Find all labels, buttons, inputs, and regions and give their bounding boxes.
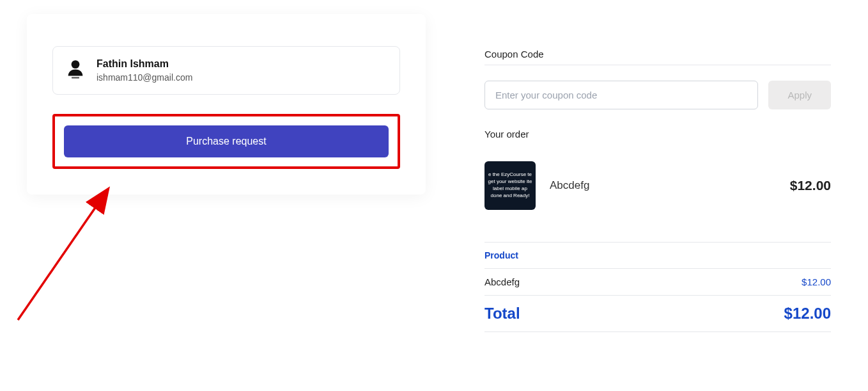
svg-point-0	[72, 60, 80, 68]
user-card: Fathin Ishmam ishmam110@gmail.com	[52, 46, 400, 95]
svg-rect-1	[72, 77, 79, 79]
user-icon	[66, 59, 85, 82]
summary-table: Product Abcdefg $12.00 Total $12.00	[484, 242, 831, 332]
coupon-row: Apply	[484, 72, 831, 109]
summary-row-name: Abcdefg	[484, 276, 520, 287]
user-name: Fathin Ishmam	[97, 58, 192, 70]
apply-coupon-button[interactable]: Apply	[768, 81, 831, 109]
order-summary-panel: Coupon Code Apply Your order e the EzyCo…	[484, 49, 831, 332]
checkout-left-panel: Fathin Ishmam ishmam110@gmail.com Purcha…	[27, 14, 426, 195]
order-item: e the EzyCourse te get your website ite …	[484, 161, 831, 210]
highlight-box: Purchase request	[52, 114, 400, 169]
your-order-label: Your order	[484, 129, 831, 140]
coupon-label: Coupon Code	[484, 49, 831, 65]
purchase-request-button[interactable]: Purchase request	[64, 125, 389, 157]
summary-row-price: $12.00	[802, 276, 831, 287]
order-item-name: Abcdefg	[550, 179, 776, 192]
summary-row: Abcdefg $12.00	[484, 269, 831, 296]
user-info: Fathin Ishmam ishmam110@gmail.com	[97, 58, 192, 83]
coupon-input[interactable]	[484, 81, 758, 109]
order-item-price: $12.00	[790, 178, 831, 193]
total-label: Total	[484, 305, 520, 323]
summary-header: Product	[484, 242, 831, 269]
total-price: $12.00	[784, 305, 831, 323]
svg-line-3	[18, 190, 107, 320]
user-email: ishmam110@gmail.com	[97, 72, 192, 83]
order-thumbnail: e the EzyCourse te get your website ite …	[484, 161, 536, 210]
total-row: Total $12.00	[484, 296, 831, 332]
